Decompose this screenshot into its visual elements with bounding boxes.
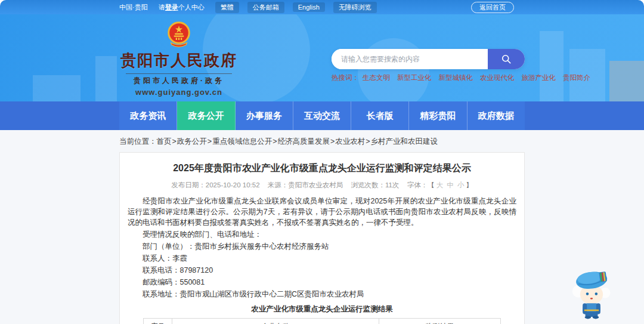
skyline-building bbox=[540, 31, 564, 101]
search-input[interactable] bbox=[332, 49, 488, 69]
font-bracket: 【 bbox=[428, 181, 435, 189]
nav-item-highlights[interactable]: 精彩贵阳 bbox=[409, 101, 467, 130]
table-caption: 农业产业化市级重点龙头企业运行监测结果 bbox=[128, 304, 516, 314]
col-header-result: 监测结果 bbox=[379, 319, 501, 324]
official-mail-link[interactable]: 公务邮箱 bbox=[247, 2, 284, 13]
article-title: 2025年度贵阳市农业产业化市级重点龙头企业运行监测和评定结果公示 bbox=[128, 162, 516, 175]
skyline-building bbox=[33, 75, 80, 101]
col-header-no: 序号 bbox=[144, 319, 172, 324]
region-link[interactable]: 中国·贵阳 bbox=[119, 3, 148, 12]
accessibility-link[interactable]: 无障碍浏览 bbox=[333, 2, 377, 13]
back-home-button[interactable]: 返回首页 bbox=[471, 2, 514, 13]
nav-item-gov-affairs[interactable]: 政务公开 bbox=[177, 101, 235, 130]
site-url: www.guiyang.gov.cn bbox=[119, 88, 239, 97]
breadcrumb-item[interactable]: 农业农村 bbox=[335, 137, 365, 146]
hot-search-label: 热搜词： bbox=[332, 74, 359, 81]
font-size-small[interactable]: 小 bbox=[457, 181, 465, 189]
search-icon bbox=[500, 53, 512, 65]
nav-item-interaction[interactable]: 互动交流 bbox=[293, 101, 351, 130]
login-prefix: 请 bbox=[159, 4, 165, 11]
site-title: 贵阳市人民政府 bbox=[119, 50, 239, 71]
article-body: 经贵阳市农业产业化市级重点龙头企业联席会议成员单位审定，现对2025年开展的农业… bbox=[128, 196, 516, 300]
article-meta: 发布日期：2025-10-20 10:52 来源：贵阳市农业农村局 浏览次数：1… bbox=[128, 181, 516, 190]
skyline-building bbox=[609, 61, 644, 101]
article-paragraph: 受理情况反映的部门、电话和地址： bbox=[128, 229, 516, 240]
hot-search-item[interactable]: 新型工业化 bbox=[397, 74, 432, 81]
hot-search-item[interactable]: 农业现代化 bbox=[480, 74, 515, 81]
english-link[interactable]: English bbox=[293, 2, 325, 12]
browser-page: 中国·贵阳 请登录个人中心 繁體 公务邮箱 English 无障碍浏览 返回首页 bbox=[0, 0, 644, 324]
breadcrumb-separator: > bbox=[208, 137, 212, 146]
login-link[interactable]: 请登录个人中心 bbox=[159, 3, 205, 12]
nav-item-senior-version[interactable]: 长者版 bbox=[351, 101, 409, 130]
nav-item-gov-data[interactable]: 政府数据 bbox=[467, 101, 525, 130]
hot-search-item[interactable]: 生态文明 bbox=[363, 74, 390, 81]
breadcrumb-separator: > bbox=[273, 137, 277, 146]
site-logo[interactable]: 贵阳市人民政府 贵阳市人民政府·政务 www.guiyang.gov.cn bbox=[119, 20, 239, 97]
article-paragraph: 经贵阳市农业产业化市级重点龙头企业联席会议成员单位审定，现对2025年开展的农业… bbox=[128, 196, 516, 228]
search-button[interactable] bbox=[488, 49, 525, 69]
title-divider bbox=[126, 73, 232, 74]
mascot-assistant[interactable] bbox=[564, 263, 619, 320]
article-paragraph: 部门（单位）：贵阳市乡村振兴服务中心农村经济服务站 bbox=[128, 241, 516, 252]
breadcrumb-item[interactable]: 政务公开 bbox=[177, 137, 207, 146]
breadcrumb-separator: > bbox=[366, 137, 370, 146]
article-source: 来源：贵阳市农业农村局 bbox=[268, 181, 343, 189]
font-bracket: 】 bbox=[466, 181, 473, 189]
breadcrumb-home[interactable]: 首页 bbox=[157, 137, 172, 146]
breadcrumb-item[interactable]: 重点领域信息公开 bbox=[212, 137, 272, 146]
search-bar bbox=[332, 49, 525, 69]
skyline-building bbox=[95, 56, 117, 101]
font-size-large[interactable]: 大 bbox=[436, 181, 444, 189]
publish-date: 发布日期：2025-10-20 10:52 bbox=[171, 181, 259, 189]
top-utility-bar: 中国·贵阳 请登录个人中心 繁體 公务邮箱 English 无障碍浏览 返回首页 bbox=[0, 0, 644, 14]
nav-item-services[interactable]: 办事服务 bbox=[236, 101, 293, 130]
site-banner: 贵阳市人民政府 贵阳市人民政府·政务 www.guiyang.gov.cn 热搜… bbox=[0, 14, 644, 101]
article-paragraph: 邮政编码：550081 bbox=[128, 277, 516, 288]
hot-search-item[interactable]: 旅游产业化 bbox=[522, 74, 556, 81]
breadcrumb: 当前位置：首页>政务公开>重点领域信息公开>经济高质量发展>农业农村>乡村产业和… bbox=[119, 130, 525, 152]
main-nav: 政务资讯 政务公开 办事服务 互动交流 长者版 精彩贵阳 政府数据 bbox=[0, 101, 644, 130]
login-emph: 登录 bbox=[165, 4, 178, 11]
hot-search-item[interactable]: 贵阳简介 bbox=[563, 74, 590, 81]
national-emblem-icon bbox=[165, 20, 193, 49]
breadcrumb-label: 当前位置： bbox=[119, 137, 157, 146]
view-count: 浏览次数：11次 bbox=[351, 181, 400, 189]
article-card: 2025年度贵阳市农业产业化市级重点龙头企业运行监测和评定结果公示 发布日期：2… bbox=[119, 152, 525, 324]
traditional-chinese-link[interactable]: 繁體 bbox=[215, 2, 239, 13]
site-subtitle: 贵阳市人民政府·政务 bbox=[119, 76, 239, 86]
breadcrumb-separator: > bbox=[172, 137, 177, 146]
font-size-medium[interactable]: 中 bbox=[447, 181, 454, 189]
breadcrumb-item[interactable]: 乡村产业和农田建设 bbox=[371, 137, 438, 146]
breadcrumb-item[interactable]: 经济高质量发展 bbox=[277, 137, 330, 146]
nav-item-news[interactable]: 政务资讯 bbox=[119, 101, 177, 130]
article-paragraph: 联系地址：贵阳市观山湖区市级行政中心二期C区贵阳市农业农村局 bbox=[128, 289, 516, 300]
col-header-company: 企业名称 bbox=[172, 319, 379, 324]
monitoring-result-table: 序号 企业名称 监测结果 1 贵州合力超市采购有限公司 合格 2 贵州友禾种业有… bbox=[143, 318, 501, 324]
table-header-row: 序号 企业名称 监测结果 bbox=[144, 319, 501, 324]
article-paragraph: 联系人：李霞 bbox=[128, 253, 516, 264]
hot-search-item[interactable]: 新型城镇化 bbox=[439, 74, 473, 81]
breadcrumb-separator: > bbox=[330, 137, 335, 146]
login-suffix: 个人中心 bbox=[178, 4, 205, 11]
article-paragraph: 联系电话：87987120 bbox=[128, 265, 516, 276]
hot-search-row: 热搜词：生态文明新型工业化新型城镇化农业现代化旅游产业化贵阳简介 bbox=[332, 73, 525, 82]
font-size-label: 字体： bbox=[407, 181, 428, 189]
